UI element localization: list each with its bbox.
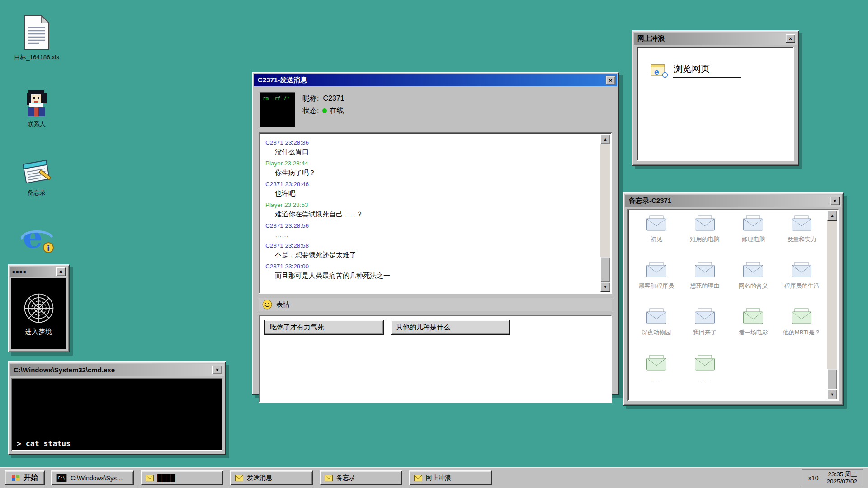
message-time: 23:28:36 xyxy=(285,139,309,146)
message-time: 23:28:53 xyxy=(284,202,308,208)
reply-option-button[interactable]: 吃饱了才有力气死 xyxy=(264,320,384,335)
scroll-track[interactable] xyxy=(600,144,610,282)
message-time: 23:28:44 xyxy=(284,160,308,167)
scroll-down-icon[interactable]: ▼ xyxy=(600,282,610,292)
envelope-icon xyxy=(694,355,715,371)
memo-entry-label: …… xyxy=(699,375,711,382)
memo-entry[interactable]: 深夜动物园 xyxy=(632,308,680,355)
chat-message: C2371 23:28:46 也许吧 xyxy=(265,181,594,198)
scroll-thumb[interactable] xyxy=(600,257,610,282)
status-label: 状态: xyxy=(302,107,319,114)
memo-entry[interactable]: 网名的含义 xyxy=(729,262,778,308)
memo-entry-label: 深夜动物园 xyxy=(642,328,671,337)
scroll-track[interactable] xyxy=(827,221,837,389)
start-button[interactable]: 开始 xyxy=(5,470,45,485)
svg-text:e: e xyxy=(23,220,42,255)
envelope-icon xyxy=(694,262,715,278)
surf-content: e i 浏览网页 xyxy=(637,47,794,161)
chat-message: C2371 23:28:56 …… xyxy=(265,222,594,239)
taskbar-window-button[interactable]: C:\ C:\Windows\Sys… xyxy=(51,470,134,485)
envelope-icon xyxy=(791,215,812,231)
message-sender: C2371 xyxy=(265,263,283,270)
memo-entry[interactable]: 黑客和程序员 xyxy=(632,262,680,308)
dream-titlebar[interactable]: ■■■■ × xyxy=(10,267,67,277)
desktop-icon-internet-explorer[interactable]: e i xyxy=(7,220,66,259)
mail-icon xyxy=(414,475,422,481)
cmd-icon: C:\ xyxy=(56,474,67,482)
surf-title: 网上冲浪 xyxy=(637,34,783,43)
chat-scrollbar[interactable]: ▲ ▼ xyxy=(600,134,610,292)
nickname-value: C2371 xyxy=(323,94,344,102)
chat-titlebar[interactable]: C2371-发送消息 × xyxy=(254,74,617,86)
cmd-titlebar[interactable]: C:\Windows\System32\cmd.exe × xyxy=(10,364,224,376)
taskbar-window-button[interactable]: C:\ ████ xyxy=(141,470,223,485)
envelope-icon xyxy=(646,215,667,231)
taskbar-window-button[interactable]: C:\ 备忘录 xyxy=(320,470,402,485)
close-icon[interactable]: × xyxy=(786,34,795,43)
memo-entry[interactable]: 难用的电脑 xyxy=(680,215,729,262)
envelope-icon xyxy=(743,262,764,278)
message-text: 而且那可是人类最痛苦的几种死法之一 xyxy=(275,272,594,280)
smiley-icon xyxy=(262,300,272,310)
scroll-thumb[interactable] xyxy=(827,369,837,389)
envelope-icon xyxy=(646,355,667,371)
taskbar-window-button[interactable]: C:\ 发送消息 xyxy=(230,470,313,485)
scroll-down-icon[interactable]: ▼ xyxy=(827,389,837,399)
memo-entry-label: 初见 xyxy=(651,235,662,244)
close-icon[interactable]: × xyxy=(606,76,615,84)
status-row: 状态:在线 xyxy=(302,104,344,117)
memo-titlebar[interactable]: 备忘录-C2371 × xyxy=(625,195,841,207)
contacts-person-icon xyxy=(22,89,51,117)
memo-entry[interactable]: 想死的理由 xyxy=(680,262,729,308)
chat-message: C2371 23:28:58 不是，想要饿死还是太难了 xyxy=(265,242,594,259)
taskbar: 开始 C:\ C:\Windows\Sys… C:\ ████ C:\ xyxy=(0,467,868,488)
memo-window: 备忘录-C2371 × 初见 难用的电脑 xyxy=(623,192,844,406)
desktop-icon-contacts[interactable]: 联系人 xyxy=(7,89,66,128)
memo-entry[interactable]: …… xyxy=(680,355,729,399)
svg-text:e: e xyxy=(654,67,659,76)
terminal[interactable]: > cat status健康: [#####..................… xyxy=(11,378,222,451)
memo-entry[interactable]: …… xyxy=(632,355,680,399)
chat-message-list: C2371 23:28:36 没什么胃口 Player 23:28:44 你生病… xyxy=(261,134,599,292)
scroll-up-icon[interactable]: ▲ xyxy=(600,134,610,144)
taskbar-button-label: 网上冲浪 xyxy=(426,474,451,482)
close-icon[interactable]: × xyxy=(212,366,222,374)
memo-entry-label: 他的MBTI是？ xyxy=(783,328,821,337)
memo-entry-label: 我回来了 xyxy=(693,328,717,337)
close-icon[interactable]: × xyxy=(830,197,840,205)
emoji-button[interactable]: 表情 xyxy=(259,298,612,311)
memo-entry[interactable]: 初见 xyxy=(632,215,680,262)
message-header: Player 23:28:53 xyxy=(265,202,594,208)
memo-scrollbar[interactable]: ▲ ▼ xyxy=(827,211,837,399)
memo-entry[interactable]: 看一场电影 xyxy=(729,308,778,355)
desktop-icon-label: 备忘录 xyxy=(28,189,46,197)
desktop-icon-target-xls[interactable]: 目标_164186.xls xyxy=(7,15,66,61)
message-header: C2371 23:29:00 xyxy=(265,263,594,270)
envelope-icon xyxy=(743,215,764,231)
terminal-line: > cat status xyxy=(17,438,217,449)
clock-time: 23:35 周三 xyxy=(826,471,857,478)
svg-text:i: i xyxy=(664,73,665,78)
memo-entry[interactable]: 发量和实力 xyxy=(778,215,826,262)
spreadsheet-file-icon xyxy=(23,15,51,50)
memo-entry[interactable]: 我回来了 xyxy=(680,308,729,355)
desktop-icon-label: 联系人 xyxy=(28,120,46,128)
memo-entry-label: 难用的电脑 xyxy=(690,235,719,244)
reply-option-button[interactable]: 其他的几种是什么 xyxy=(391,320,510,335)
status-value: 在线 xyxy=(329,107,344,114)
scroll-up-icon[interactable]: ▲ xyxy=(827,211,837,221)
envelope-icon xyxy=(646,308,667,324)
taskbar-window-button[interactable]: C:\ 网上冲浪 xyxy=(409,470,492,485)
notepad-icon xyxy=(22,158,52,186)
desktop-icon-memo[interactable]: 备忘录 xyxy=(7,158,66,197)
browse-web-link[interactable]: e i 浏览网页 xyxy=(650,63,793,78)
enter-dream-portal[interactable]: 进入梦境 xyxy=(11,278,66,349)
memo-entry[interactable]: 修理电脑 xyxy=(729,215,778,262)
message-header: C2371 23:28:58 xyxy=(265,242,594,249)
close-icon[interactable]: × xyxy=(56,267,66,276)
avatar: rm -rf /* xyxy=(260,92,295,127)
envelope-icon xyxy=(743,308,764,324)
memo-entry[interactable]: 程序员的生活 xyxy=(778,262,826,308)
surf-titlebar[interactable]: 网上冲浪 × xyxy=(634,33,797,45)
memo-entry[interactable]: 他的MBTI是？ xyxy=(778,308,826,355)
